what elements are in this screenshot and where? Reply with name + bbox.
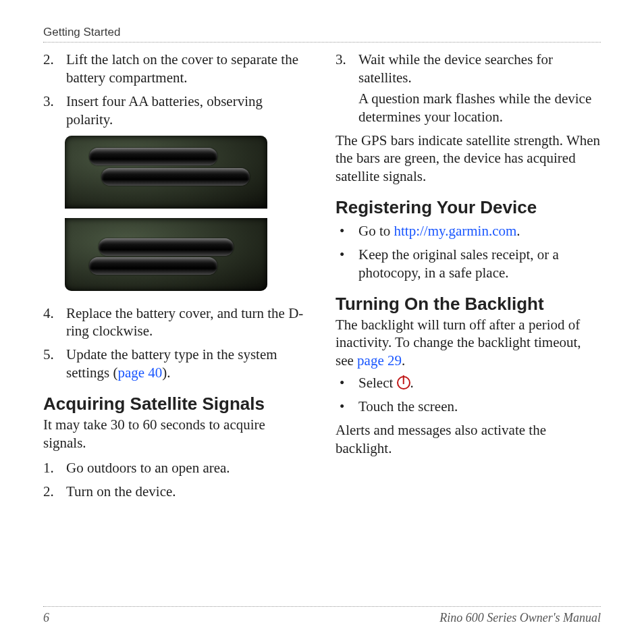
register-list: Go to http://my.garmin.com. Keep the ori… (336, 222, 601, 282)
acq-step-3: 3. Wait while the device searches for sa… (336, 51, 601, 126)
manual-title: Rino 600 Series Owner's Manual (439, 611, 601, 625)
register-item-receipt: Keep the original sales receipt, or a ph… (336, 246, 601, 282)
page-number: 6 (43, 611, 49, 625)
register-item-link: Go to http://my.garmin.com. (336, 222, 601, 240)
step-text: Wait while the device searches for satel… (358, 51, 553, 86)
step-text: Turn on the device. (66, 483, 176, 500)
page-29-link[interactable]: page 29 (357, 352, 402, 369)
acquiring-intro: It may take 30 to 60 seconds to acquire … (43, 416, 308, 452)
text-pre: Go to (358, 223, 394, 239)
step-number: 2. (43, 51, 54, 69)
battery-tray-bottom-icon (65, 218, 267, 291)
gps-bars-paragraph: The GPS bars indicate satellite strength… (336, 132, 601, 186)
backlight-list: Select . Touch the screen. (336, 374, 601, 416)
manual-page: Getting Started 2. Lift the latch on the… (0, 0, 644, 644)
acq-step-2: 2. Turn on the device. (43, 483, 308, 501)
battery-steps-cont: 4. Replace the battery cover, and turn t… (43, 304, 308, 383)
acquiring-steps: 1. Go outdoors to an open area. 2. Turn … (43, 459, 308, 501)
text: Touch the screen. (358, 398, 458, 414)
right-column: 3. Wait while the device searches for sa… (336, 51, 601, 506)
step-4: 4. Replace the battery cover, and turn t… (43, 304, 308, 341)
text-post: . (410, 375, 414, 391)
garmin-url-link[interactable]: http://my.garmin.com (394, 223, 517, 239)
step-number: 4. (43, 304, 54, 323)
acquiring-steps-cont: 3. Wait while the device searches for sa… (336, 51, 601, 126)
battery-tray-top-icon (65, 136, 267, 209)
text-post: . (402, 352, 405, 369)
heading-backlight: Turning On the Backlight (336, 294, 601, 315)
step-text: Go outdoors to an open area. (66, 460, 230, 476)
section-header: Getting Started (43, 26, 601, 43)
battery-compartment-image (65, 136, 267, 295)
step-text-pre: Update the battery type in the system se… (66, 346, 277, 381)
step-text: Lift the latch on the cover to separate … (66, 51, 298, 86)
backlight-item-touch: Touch the screen. (336, 398, 601, 416)
step-number: 1. (43, 459, 54, 477)
text: Keep the original sales receipt, or a ph… (358, 246, 559, 281)
step-number: 3. (43, 92, 54, 111)
page-footer: 6 Rino 600 Series Owner's Manual (43, 606, 601, 625)
step-3: 3. Insert four AA batteries, observing p… (43, 92, 308, 129)
step-text: Replace the battery cover, and turn the … (66, 305, 303, 340)
step-text-post: ). (162, 365, 170, 381)
text-pre: Select (358, 375, 397, 391)
left-column: 2. Lift the latch on the cover to separa… (43, 51, 308, 506)
heading-registering-device: Registering Your Device (336, 198, 601, 218)
step-number: 2. (43, 483, 54, 501)
step-text: Insert four AA batteries, observing pola… (66, 93, 263, 128)
step-number: 5. (43, 346, 54, 364)
acq-step-1: 1. Go outdoors to an open area. (43, 459, 308, 477)
step-2: 2. Lift the latch on the cover to separa… (43, 51, 308, 87)
backlight-outro: Alerts and messages also activate the ba… (336, 421, 601, 458)
step-5: 5. Update the battery type in the system… (43, 346, 308, 382)
power-icon (397, 376, 410, 390)
two-column-layout: 2. Lift the latch on the cover to separa… (43, 51, 601, 506)
step-number: 3. (336, 51, 346, 69)
backlight-intro: The backlight will turn off after a peri… (336, 316, 601, 371)
battery-steps: 2. Lift the latch on the cover to separa… (43, 51, 308, 129)
text-post: . (516, 223, 520, 239)
step-subtext: A question mark flashes while the device… (358, 90, 601, 126)
heading-acquiring-satellite-signals: Acquiring Satellite Signals (43, 394, 308, 414)
backlight-item-select: Select . (336, 374, 601, 392)
page-40-link[interactable]: page 40 (117, 365, 162, 381)
